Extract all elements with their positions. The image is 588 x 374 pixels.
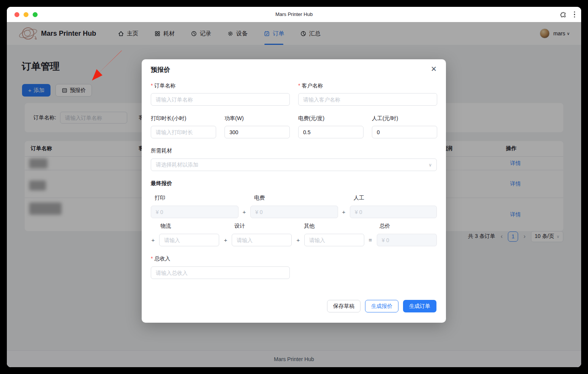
labor-cost-label: 人工 <box>354 195 364 201</box>
generate-quote-button[interactable]: 生成报价 <box>365 300 398 312</box>
plus-operator: + <box>223 237 229 243</box>
print-cost-label: 打印 <box>155 195 165 201</box>
power-input[interactable] <box>224 126 290 138</box>
electricity-rate-label: 电费(元/度) <box>298 115 324 122</box>
design-label: 设计 <box>234 223 245 230</box>
generate-order-button[interactable]: 生成订单 <box>403 300 436 312</box>
page: Mars Printer Hub 主页 耗材 记录 设备 <box>7 22 581 367</box>
chevron-down-icon: ∨ <box>428 162 432 168</box>
browser-window: Mars Printer Hub Mars Print <box>7 7 581 367</box>
materials-label: 所需耗材 <box>151 147 172 154</box>
labor-cost-input <box>350 206 437 218</box>
total-income-label: 总收入 <box>151 255 170 262</box>
equals-operator: = <box>367 237 373 243</box>
total-income-input[interactable] <box>151 266 290 279</box>
labor-rate-input[interactable] <box>372 126 437 138</box>
labor-rate-label: 人工(元/时) <box>372 115 398 122</box>
print-hours-input[interactable] <box>151 126 216 138</box>
other-label: 其他 <box>304 223 315 230</box>
order-name-input[interactable] <box>151 93 290 106</box>
print-cost-input <box>151 206 239 218</box>
annotation-arrow <box>83 48 128 87</box>
total-price-label: 总价 <box>379 223 390 230</box>
window-title: Mars Printer Hub <box>7 7 581 22</box>
design-input[interactable] <box>232 234 292 246</box>
plus-operator: + <box>341 209 347 215</box>
close-icon[interactable]: ✕ <box>429 65 438 74</box>
final-quote-section-label: 最终报价 <box>151 180 172 187</box>
titlebar: Mars Printer Hub <box>7 7 581 22</box>
modal-title: 预报价 <box>151 65 170 74</box>
plus-operator: + <box>295 237 301 243</box>
electricity-rate-input[interactable] <box>298 126 364 138</box>
plus-operator: + <box>241 209 247 215</box>
plus-operator: + <box>150 237 156 243</box>
electricity-cost-label: 电费 <box>254 195 265 201</box>
pre-quote-modal: 预报价 ✕ 订单名称 客户名称 打印时长(小时) 功率(W) 电费(元/度) 人… <box>142 59 446 323</box>
logistics-input[interactable] <box>159 234 219 246</box>
logistics-label: 物流 <box>160 223 171 230</box>
browser-menu-icon[interactable] <box>574 11 575 18</box>
extensions-icon[interactable] <box>560 11 566 18</box>
customer-name-input[interactable] <box>298 93 437 106</box>
save-draft-button[interactable]: 保存草稿 <box>327 300 360 312</box>
power-label: 功率(W) <box>224 115 244 122</box>
customer-name-label: 客户名称 <box>298 82 323 89</box>
order-name-label: 订单名称 <box>151 82 175 89</box>
electricity-cost-input <box>250 206 338 218</box>
other-input[interactable] <box>304 234 364 246</box>
total-price-input <box>377 234 437 246</box>
materials-select[interactable]: 请选择耗材以添加 ∨ <box>151 158 437 171</box>
print-hours-label: 打印时长(小时) <box>151 115 186 122</box>
